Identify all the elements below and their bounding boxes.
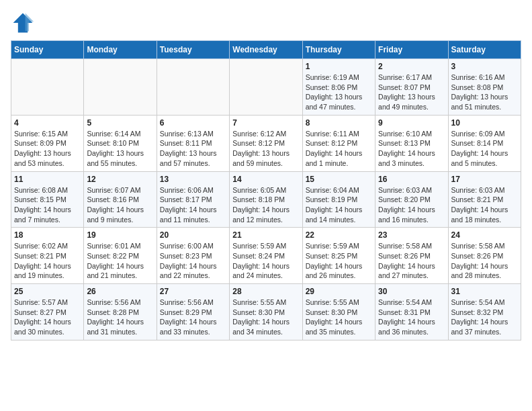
calendar-cell (157, 59, 229, 116)
day-info: Sunrise: 5:56 AM Sunset: 8:29 PM Dayligh… (160, 298, 226, 337)
day-info: Sunrise: 6:19 AM Sunset: 8:06 PM Dayligh… (306, 73, 372, 112)
weekday-header-wednesday: Wednesday (230, 41, 302, 59)
weekday-header-sunday: Sunday (11, 41, 84, 59)
day-info: Sunrise: 6:03 AM Sunset: 8:21 PM Dayligh… (451, 185, 518, 225)
day-info: Sunrise: 5:56 AM Sunset: 8:28 PM Dayligh… (87, 298, 153, 337)
weekday-header-saturday: Saturday (448, 41, 521, 59)
day-info: Sunrise: 6:14 AM Sunset: 8:10 PM Dayligh… (87, 129, 153, 169)
day-info: Sunrise: 6:07 AM Sunset: 8:16 PM Dayligh… (87, 185, 153, 225)
weekday-header-row: SundayMondayTuesdayWednesdayThursdayFrid… (11, 41, 521, 59)
calendar-cell: 24Sunrise: 5:58 AM Sunset: 8:26 PM Dayli… (448, 228, 521, 284)
calendar-cell: 12Sunrise: 6:07 AM Sunset: 8:16 PM Dayli… (84, 171, 157, 228)
calendar-cell: 11Sunrise: 6:08 AM Sunset: 8:15 PM Dayli… (11, 171, 84, 228)
calendar-cell: 9Sunrise: 6:10 AM Sunset: 8:13 PM Daylig… (375, 115, 448, 171)
calendar-cell: 22Sunrise: 5:59 AM Sunset: 8:25 PM Dayli… (302, 228, 375, 284)
day-info: Sunrise: 5:59 AM Sunset: 8:24 PM Dayligh… (232, 241, 299, 281)
day-number: 5 (87, 118, 153, 128)
day-number: 28 (232, 287, 299, 296)
calendar-cell (230, 59, 302, 116)
day-info: Sunrise: 6:16 AM Sunset: 8:08 PM Dayligh… (451, 73, 518, 112)
day-number: 7 (232, 118, 299, 128)
day-number: 24 (451, 230, 518, 240)
day-info: Sunrise: 6:10 AM Sunset: 8:13 PM Dayligh… (378, 129, 445, 169)
day-number: 25 (14, 287, 81, 296)
calendar-cell: 27Sunrise: 5:56 AM Sunset: 8:29 PM Dayli… (157, 284, 229, 340)
day-info: Sunrise: 5:54 AM Sunset: 8:32 PM Dayligh… (451, 298, 518, 337)
calendar-cell: 6Sunrise: 6:13 AM Sunset: 8:11 PM Daylig… (157, 115, 229, 171)
calendar-cell: 17Sunrise: 6:03 AM Sunset: 8:21 PM Dayli… (448, 171, 521, 228)
day-number: 29 (306, 287, 372, 296)
calendar-cell: 16Sunrise: 6:03 AM Sunset: 8:20 PM Dayli… (375, 171, 448, 228)
day-number: 31 (451, 287, 518, 296)
calendar-cell: 30Sunrise: 5:54 AM Sunset: 8:31 PM Dayli… (375, 284, 448, 340)
day-info: Sunrise: 6:17 AM Sunset: 8:07 PM Dayligh… (378, 73, 445, 112)
day-info: Sunrise: 6:00 AM Sunset: 8:23 PM Dayligh… (160, 241, 226, 281)
day-info: Sunrise: 6:05 AM Sunset: 8:18 PM Dayligh… (232, 185, 299, 225)
calendar-cell: 1Sunrise: 6:19 AM Sunset: 8:06 PM Daylig… (302, 59, 375, 116)
calendar-cell (11, 59, 84, 116)
day-number: 18 (14, 230, 81, 240)
day-info: Sunrise: 5:55 AM Sunset: 8:30 PM Dayligh… (232, 298, 299, 337)
day-info: Sunrise: 5:58 AM Sunset: 8:26 PM Dayligh… (451, 241, 518, 281)
day-info: Sunrise: 6:12 AM Sunset: 8:12 PM Dayligh… (232, 129, 299, 169)
day-number: 26 (87, 287, 153, 296)
day-number: 3 (451, 62, 518, 71)
calendar-body: 1Sunrise: 6:19 AM Sunset: 8:06 PM Daylig… (11, 59, 521, 340)
calendar-week-3: 11Sunrise: 6:08 AM Sunset: 8:15 PM Dayli… (11, 171, 521, 228)
weekday-header-thursday: Thursday (302, 41, 375, 59)
day-number: 6 (160, 118, 226, 128)
calendar-week-1: 1Sunrise: 6:19 AM Sunset: 8:06 PM Daylig… (11, 59, 521, 116)
day-number: 22 (306, 230, 372, 240)
calendar-cell: 8Sunrise: 6:11 AM Sunset: 8:12 PM Daylig… (302, 115, 375, 171)
calendar-cell: 20Sunrise: 6:00 AM Sunset: 8:23 PM Dayli… (157, 228, 229, 284)
day-number: 23 (378, 230, 445, 240)
calendar-cell: 7Sunrise: 6:12 AM Sunset: 8:12 PM Daylig… (230, 115, 302, 171)
day-number: 12 (87, 175, 153, 184)
calendar-week-4: 18Sunrise: 6:02 AM Sunset: 8:21 PM Dayli… (11, 228, 521, 284)
day-info: Sunrise: 5:55 AM Sunset: 8:30 PM Dayligh… (306, 298, 372, 337)
calendar-cell: 21Sunrise: 5:59 AM Sunset: 8:24 PM Dayli… (230, 228, 302, 284)
calendar-cell: 23Sunrise: 5:58 AM Sunset: 8:26 PM Dayli… (375, 228, 448, 284)
calendar-week-5: 25Sunrise: 5:57 AM Sunset: 8:27 PM Dayli… (11, 284, 521, 340)
calendar-cell: 19Sunrise: 6:01 AM Sunset: 8:22 PM Dayli… (84, 228, 157, 284)
calendar-cell: 10Sunrise: 6:09 AM Sunset: 8:14 PM Dayli… (448, 115, 521, 171)
day-number: 13 (160, 175, 226, 184)
weekday-header-tuesday: Tuesday (157, 41, 229, 59)
calendar-cell: 13Sunrise: 6:06 AM Sunset: 8:17 PM Dayli… (157, 171, 229, 228)
day-info: Sunrise: 6:13 AM Sunset: 8:11 PM Dayligh… (160, 129, 226, 169)
day-info: Sunrise: 6:06 AM Sunset: 8:17 PM Dayligh… (160, 185, 226, 225)
day-number: 17 (451, 175, 518, 184)
day-number: 21 (232, 230, 299, 240)
day-number: 11 (14, 175, 81, 184)
day-info: Sunrise: 6:09 AM Sunset: 8:14 PM Dayligh… (451, 129, 518, 169)
day-info: Sunrise: 5:54 AM Sunset: 8:31 PM Dayligh… (378, 298, 445, 337)
day-number: 2 (378, 62, 445, 71)
day-info: Sunrise: 6:02 AM Sunset: 8:21 PM Dayligh… (14, 241, 81, 281)
calendar-week-2: 4Sunrise: 6:15 AM Sunset: 8:09 PM Daylig… (11, 115, 521, 171)
weekday-header-monday: Monday (84, 41, 157, 59)
calendar-cell: 3Sunrise: 6:16 AM Sunset: 8:08 PM Daylig… (448, 59, 521, 116)
day-number: 15 (306, 175, 372, 184)
day-number: 8 (306, 118, 372, 128)
calendar-cell: 5Sunrise: 6:14 AM Sunset: 8:10 PM Daylig… (84, 115, 157, 171)
day-info: Sunrise: 5:58 AM Sunset: 8:26 PM Dayligh… (378, 241, 445, 281)
day-number: 9 (378, 118, 445, 128)
day-number: 19 (87, 230, 153, 240)
calendar-cell: 31Sunrise: 5:54 AM Sunset: 8:32 PM Dayli… (448, 284, 521, 340)
day-info: Sunrise: 6:03 AM Sunset: 8:20 PM Dayligh… (378, 185, 445, 225)
day-info: Sunrise: 5:57 AM Sunset: 8:27 PM Dayligh… (14, 298, 81, 337)
calendar-cell: 14Sunrise: 6:05 AM Sunset: 8:18 PM Dayli… (230, 171, 302, 228)
calendar-cell: 18Sunrise: 6:02 AM Sunset: 8:21 PM Dayli… (11, 228, 84, 284)
logo (11, 11, 39, 35)
day-number: 10 (451, 118, 518, 128)
calendar-cell: 29Sunrise: 5:55 AM Sunset: 8:30 PM Dayli… (302, 284, 375, 340)
day-number: 30 (378, 287, 445, 296)
day-number: 4 (14, 118, 81, 128)
calendar-cell: 2Sunrise: 6:17 AM Sunset: 8:07 PM Daylig… (375, 59, 448, 116)
day-info: Sunrise: 5:59 AM Sunset: 8:25 PM Dayligh… (306, 241, 372, 281)
day-number: 27 (160, 287, 226, 296)
svg-marker-0 (13, 13, 33, 33)
day-info: Sunrise: 6:08 AM Sunset: 8:15 PM Dayligh… (14, 185, 81, 225)
calendar-cell: 15Sunrise: 6:04 AM Sunset: 8:19 PM Dayli… (302, 171, 375, 228)
day-info: Sunrise: 6:04 AM Sunset: 8:19 PM Dayligh… (306, 185, 372, 225)
